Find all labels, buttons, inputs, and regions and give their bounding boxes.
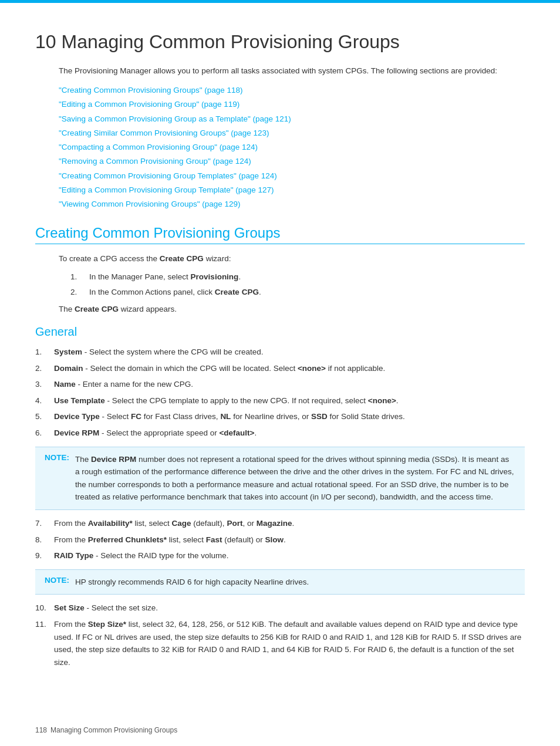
toc-link-5[interactable]: "Compacting a Common Provisioning Group"… <box>59 140 525 154</box>
general-item-6: 6. Device RPM - Select the appropriate s… <box>35 427 525 440</box>
note-box-1: NOTE: The Device RPM number does not rep… <box>35 447 525 510</box>
chapter-title: 10 Managing Common Provisioning Groups <box>35 31 525 53</box>
wizard-appears: The Create CPG wizard appears. <box>59 303 525 316</box>
general-item-4: 4. Use Template - Select the CPG templat… <box>35 394 525 407</box>
general-item-7: 7. From the Availability* list, select C… <box>35 517 525 530</box>
general-item-1: 1. System - Select the system where the … <box>35 346 525 359</box>
step-2: 2. In the Common Actions panel, click Cr… <box>70 286 525 299</box>
note-content-2: HP strongly recommends RAID 6 for high c… <box>75 576 309 589</box>
general-items-list-3: 10. Set Size - Select the set size. 11. … <box>35 602 525 669</box>
toc-link-2[interactable]: "Editing a Common Provisioning Group" (p… <box>59 97 525 112</box>
general-item-11: 11. From the Step Size* list, select 32,… <box>35 618 525 669</box>
general-item-8: 8. From the Preferred Chunklets* list, s… <box>35 534 525 546</box>
create-cpg-bold2: Create CPG <box>215 288 259 296</box>
note-label-1: NOTE: <box>45 453 69 462</box>
create-cpg-bold3: Create CPG <box>75 305 119 313</box>
toc-link-9[interactable]: "Viewing Common Provisioning Groups" (pa… <box>59 197 525 211</box>
page-footer: 118 Managing Common Provisioning Groups <box>35 726 525 734</box>
toc-link-8[interactable]: "Editing a Common Provisioning Group Tem… <box>59 183 525 197</box>
toc-link-6[interactable]: "Removing a Common Provisioning Group" (… <box>59 154 525 168</box>
general-item-5: 5. Device Type - Select FC for Fast Clas… <box>35 410 525 423</box>
section1-title: Creating Common Provisioning Groups <box>35 225 525 244</box>
create-cpg-bold: Create CPG <box>160 254 204 263</box>
general-items-list-2: 7. From the Availability* list, select C… <box>35 517 525 562</box>
chapter-number: 10 <box>35 31 56 52</box>
general-item-2: 2. Domain - Select the domain in which t… <box>35 362 525 375</box>
toc-link-3[interactable]: "Saving a Common Provisioning Group as a… <box>59 112 525 126</box>
step-1: 1. In the Manager Pane, select Provision… <box>70 271 525 283</box>
general-subsection-title: General <box>35 325 525 339</box>
footer-text: Managing Common Provisioning Groups <box>50 726 177 734</box>
chapter-title-text: Managing Common Provisioning Groups <box>61 31 399 52</box>
note-content-1: The Device RPM number does not represent… <box>75 453 515 504</box>
toc-link-7[interactable]: "Creating Common Provisioning Group Temp… <box>59 169 525 183</box>
general-items-list: 1. System - Select the system where the … <box>35 346 525 440</box>
general-item-10: 10. Set Size - Select the set size. <box>35 602 525 615</box>
toc-link-4[interactable]: "Creating Similar Common Provisioning Gr… <box>59 126 525 140</box>
intro-paragraph: The Provisioning Manager allows you to p… <box>59 65 525 77</box>
note-label-2: NOTE: <box>45 576 69 585</box>
general-item-3: 3. Name - Enter a name for the new CPG. <box>35 378 525 391</box>
general-item-9: 9. RAID Type - Select the RAID type for … <box>35 549 525 562</box>
top-border <box>0 0 560 3</box>
provisioning-bold: Provisioning <box>191 272 239 281</box>
footer-page-number: 118 <box>35 726 47 734</box>
section1-steps: 1. In the Manager Pane, select Provision… <box>70 271 525 298</box>
section1-intro: To create a CPG access the Create CPG wi… <box>59 252 525 265</box>
page-container: 10 Managing Common Provisioning Groups T… <box>0 0 560 746</box>
note-box-2: NOTE: HP strongly recommends RAID 6 for … <box>35 569 525 595</box>
toc-list: "Creating Common Provisioning Groups" (p… <box>59 83 525 212</box>
toc-link-1[interactable]: "Creating Common Provisioning Groups" (p… <box>59 83 525 97</box>
